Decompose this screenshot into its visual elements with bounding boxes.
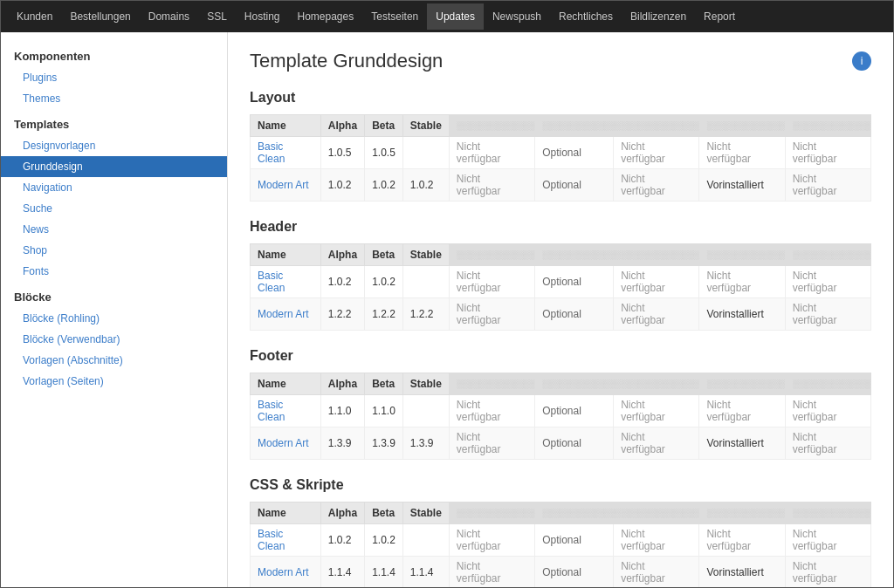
row-col-1: Nicht verfügbar <box>449 395 534 427</box>
sidebar-item-blöcke-(rohling)[interactable]: Blöcke (Rohling) <box>1 308 227 329</box>
table-header-name: Name <box>251 373 321 395</box>
table-header-blurred-3: ░░░░░░░░░░░░░░ <box>699 115 785 137</box>
sidebar-item-designvorlagen[interactable]: Designvorlagen <box>1 135 227 156</box>
row-stable <box>402 266 449 298</box>
data-table: NameAlphaBetaStable░░░░░░░░░░░░░░░░░░░░░… <box>250 114 871 202</box>
nav-item-report[interactable]: Report <box>695 3 744 30</box>
row-name[interactable]: Basic Clean <box>251 524 321 557</box>
row-beta: 1.1.4 <box>365 557 403 588</box>
nav-item-bildlizenzen[interactable]: Bildlizenzen <box>622 3 695 30</box>
row-name[interactable]: Modern Art <box>251 427 321 460</box>
sidebar-item-suche[interactable]: Suche <box>1 198 227 219</box>
table-header-stable: Stable <box>402 373 449 395</box>
row-name[interactable]: Basic Clean <box>251 266 321 298</box>
nav-item-newspush[interactable]: Newspush <box>484 3 550 30</box>
table-row: Modern Art1.3.91.3.91.3.9Nicht verfügbar… <box>251 427 871 460</box>
row-name[interactable]: Modern Art <box>251 557 321 588</box>
sidebar-item-fonts[interactable]: Fonts <box>1 261 227 282</box>
nav-item-homepages[interactable]: Homepages <box>289 3 363 30</box>
row-beta: 1.1.0 <box>365 395 403 427</box>
row-stable: 1.1.4 <box>402 557 449 588</box>
row-col-3: Nicht verfügbar <box>614 427 699 460</box>
row-alpha: 1.0.2 <box>320 266 364 298</box>
table-header-blurred-0: ░░░░░░░░░░░░░░ <box>449 373 534 395</box>
row-alpha: 1.3.9 <box>320 427 364 460</box>
table-header-name: Name <box>251 503 321 524</box>
nav-item-ssl[interactable]: SSL <box>198 3 236 30</box>
table-row: Basic Clean1.0.21.0.2Nicht verfügbarOpti… <box>251 524 871 557</box>
table-header-blurred-0: ░░░░░░░░░░░░░░ <box>449 244 534 266</box>
row-col-4: Nicht verfügbar <box>699 524 785 557</box>
section-title: Footer <box>250 348 871 364</box>
table-header-blurred-3: ░░░░░░░░░░░░░░ <box>699 503 785 524</box>
table-header-blurred-4: ░░░░░░░░░░░░░░ <box>785 244 870 266</box>
sidebar-item-plugins[interactable]: Plugins <box>1 67 227 88</box>
row-alpha: 1.2.2 <box>320 298 364 331</box>
row-col-1: Nicht verfügbar <box>449 169 534 202</box>
sidebar-item-news[interactable]: News <box>1 219 227 240</box>
row-stable: 1.2.2 <box>402 298 449 331</box>
nav-item-domains[interactable]: Domains <box>140 3 198 30</box>
table-header-blurred-3: ░░░░░░░░░░░░░░ <box>699 244 785 266</box>
table-header-blurred-1: ░░░░░░░░░░░░░░ <box>535 244 614 266</box>
row-col-3: Nicht verfügbar <box>614 395 699 427</box>
nav-item-hosting[interactable]: Hosting <box>236 3 289 30</box>
table-header-stable: Stable <box>402 115 449 137</box>
sidebar-item-vorlagen-(abschnitte)[interactable]: Vorlagen (Abschnitte) <box>1 350 227 371</box>
table-row: Basic Clean1.1.01.1.0Nicht verfügbarOpti… <box>251 395 871 427</box>
row-name[interactable]: Modern Art <box>251 298 321 331</box>
row-col-3: Nicht verfügbar <box>614 298 699 331</box>
content-area: Template GrunddesigniLayoutNameAlphaBeta… <box>228 32 893 587</box>
table-header-name: Name <box>251 115 321 137</box>
row-beta: 1.0.5 <box>365 137 403 169</box>
row-col-5: Nicht verfügbar <box>785 137 870 169</box>
sidebar-item-shop[interactable]: Shop <box>1 240 227 261</box>
table-header-beta: Beta <box>365 373 403 395</box>
table-header-blurred-1: ░░░░░░░░░░░░░░ <box>535 503 614 524</box>
row-col-2: Optional <box>535 395 614 427</box>
row-col-1: Nicht verfügbar <box>449 266 534 298</box>
sidebar-item-navigation[interactable]: Navigation <box>1 177 227 198</box>
table-header-alpha: Alpha <box>320 244 364 266</box>
row-col-2: Optional <box>535 169 614 202</box>
row-col-2: Optional <box>535 298 614 331</box>
row-beta: 1.0.2 <box>365 169 403 202</box>
table-row: Modern Art1.1.41.1.41.1.4Nicht verfügbar… <box>251 557 871 588</box>
row-beta: 1.0.2 <box>365 266 403 298</box>
row-alpha: 1.0.2 <box>320 524 364 557</box>
table-header-alpha: Alpha <box>320 373 364 395</box>
row-col-3: Nicht verfügbar <box>614 557 699 588</box>
sidebar-item-vorlagen-(seiten)[interactable]: Vorlagen (Seiten) <box>1 371 227 392</box>
row-alpha: 1.1.0 <box>320 395 364 427</box>
row-name[interactable]: Basic Clean <box>251 395 321 427</box>
sidebar-item-blöcke-(verwendbar)[interactable]: Blöcke (Verwendbar) <box>1 329 227 350</box>
nav-item-bestellungen[interactable]: Bestellungen <box>61 3 139 30</box>
nav-item-rechtliches[interactable]: Rechtliches <box>550 3 622 30</box>
data-table: NameAlphaBetaStable░░░░░░░░░░░░░░░░░░░░░… <box>250 373 871 460</box>
sidebar-section-title: Blöcke <box>1 282 227 308</box>
table-header-blurred-2: ░░░░░░░░░░░░░░ <box>614 503 699 524</box>
table-header-blurred-0: ░░░░░░░░░░░░░░ <box>449 503 534 524</box>
row-stable <box>402 524 449 557</box>
row-col-3: Nicht verfügbar <box>614 266 699 298</box>
row-col-4: Nicht verfügbar <box>699 137 785 169</box>
table-row: Modern Art1.0.21.0.21.0.2Nicht verfügbar… <box>251 169 871 202</box>
row-stable <box>402 395 449 427</box>
nav-item-updates[interactable]: Updates <box>427 3 484 30</box>
row-col-3: Nicht verfügbar <box>614 524 699 557</box>
nav-item-testseiten[interactable]: Testseiten <box>362 3 427 30</box>
row-stable: 1.3.9 <box>402 427 449 460</box>
table-row: Basic Clean1.0.21.0.2Nicht verfügbarOpti… <box>251 266 871 298</box>
table-header-blurred-1: ░░░░░░░░░░░░░░ <box>535 115 614 137</box>
table-header-blurred-2: ░░░░░░░░░░░░░░ <box>614 115 699 137</box>
sidebar-item-grunddesign[interactable]: Grunddesign <box>1 156 227 177</box>
row-col-5: Nicht verfügbar <box>785 557 870 588</box>
sidebar-item-themes[interactable]: Themes <box>1 88 227 109</box>
row-name[interactable]: Basic Clean <box>251 137 321 169</box>
nav-item-kunden[interactable]: Kunden <box>8 3 61 30</box>
row-col-4: Nicht verfügbar <box>699 395 785 427</box>
row-col-5: Nicht verfügbar <box>785 266 870 298</box>
info-button[interactable]: i <box>852 51 871 71</box>
row-col-2: Optional <box>535 266 614 298</box>
row-name[interactable]: Modern Art <box>251 169 321 202</box>
